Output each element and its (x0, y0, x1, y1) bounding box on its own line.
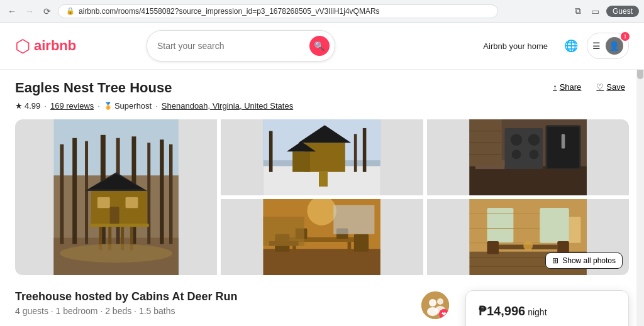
airbnb-logo-text: airbnb (34, 38, 76, 54)
dot-separator-3: · (155, 101, 158, 111)
svg-rect-12 (91, 191, 147, 225)
property-title: Eagles Nest Tree House (15, 80, 629, 96)
user-menu-button[interactable]: ☰ 👤 1 (587, 33, 629, 59)
lock-icon: 🔒 (66, 7, 75, 15)
svg-point-45 (529, 149, 538, 159)
price-amount: ₱14,996 (479, 303, 525, 318)
forward-button[interactable]: → (23, 4, 36, 18)
person-icon: 👤 (609, 41, 619, 51)
svg-rect-64 (269, 241, 299, 246)
svg-rect-41 (504, 128, 543, 169)
svg-rect-11 (169, 144, 172, 244)
svg-rect-32 (363, 128, 367, 172)
location-link[interactable]: Shenandoah, Virginia, United States (162, 101, 293, 111)
language-button[interactable]: 🌐 (560, 35, 582, 57)
airbnb-your-home-link[interactable]: Airbnb your home (475, 36, 555, 56)
svg-rect-10 (160, 139, 164, 244)
search-bar-text: Start your search (157, 41, 304, 51)
svg-point-44 (511, 149, 521, 159)
svg-rect-31 (269, 131, 273, 172)
svg-point-42 (510, 134, 522, 146)
globe-icon: 🌐 (564, 40, 578, 52)
reviews-link[interactable]: 169 reviews (50, 101, 94, 111)
heart-icon: ♡ (596, 82, 604, 92)
star-icon: ★ (15, 101, 23, 111)
svg-rect-63 (334, 205, 375, 234)
superhost-label: Superhost (114, 101, 152, 111)
svg-rect-34 (319, 172, 328, 187)
photo-bottom-right-1[interactable] (221, 199, 423, 275)
hosting-text: Treehouse hosted by Cabins At Deer Run 4… (15, 290, 237, 326)
show-all-photos-button[interactable]: ⊞ Show all photos (545, 253, 623, 269)
svg-rect-52 (264, 249, 380, 275)
header-right: Airbnb your home 🌐 ☰ 👤 1 (475, 33, 629, 59)
property-meta: ★ 4.99 · 169 reviews · 🏅 Superhost · She… (15, 101, 629, 111)
dot-separator-1: · (44, 101, 47, 111)
svg-rect-16 (126, 197, 138, 208)
svg-rect-22 (90, 224, 149, 227)
airbnb-logo[interactable]: ⬡ airbnb (15, 36, 76, 57)
bottom-section: Treehouse hosted by Cabins At Deer Run 4… (15, 290, 629, 326)
svg-point-79 (523, 241, 533, 251)
share-button[interactable]: ↑ Share (549, 80, 585, 94)
superhost-badge: 🏅 Superhost (104, 101, 152, 111)
booking-widget: ₱14,996 night ★ 4.99 · 169 reviews CHECK… (465, 290, 629, 326)
svg-rect-3 (60, 144, 64, 244)
search-icon: 🔍 (314, 41, 325, 51)
cast-button[interactable]: ▭ (589, 4, 602, 18)
host-avatar: ❤ (420, 290, 450, 320)
hosting-details: 4 guests · 1 bedroom · 2 beds · 1.5 bath… (15, 306, 237, 316)
address-bar[interactable]: 🔒 airbnb.com/rooms/41558082?source_impre… (58, 4, 498, 18)
back-button[interactable]: ← (5, 4, 19, 18)
svg-rect-68 (487, 208, 513, 243)
svg-rect-29 (292, 151, 310, 172)
superhost-badge-icon: ❤ (441, 311, 447, 317)
svg-rect-67 (540, 208, 569, 243)
svg-rect-27 (304, 143, 345, 172)
airbnb-logo-icon: ⬡ (15, 36, 30, 57)
url-text: airbnb.com/rooms/41558082?source_impress… (79, 7, 380, 16)
svg-point-83 (437, 298, 443, 305)
hamburger-icon: ☰ (592, 41, 601, 51)
search-button[interactable]: 🔍 (309, 36, 330, 56)
photo-bottom-right-2[interactable]: ⊞ Show all photos (427, 199, 629, 275)
rating: ★ 4.99 (15, 101, 40, 111)
rating-value: 4.99 (25, 101, 40, 111)
browser-right-controls: ⧉ ▭ Guest (571, 4, 639, 18)
photo-top-right-1[interactable] (221, 119, 423, 195)
svg-rect-57 (348, 242, 352, 254)
svg-rect-4 (72, 138, 77, 244)
svg-rect-78 (569, 217, 580, 243)
save-button[interactable]: ♡ Save (592, 80, 629, 94)
extensions-button[interactable]: ⧉ (571, 4, 585, 18)
main-content: Eagles Nest Tree House ★ 4.99 · 169 revi… (0, 70, 644, 326)
profile-button[interactable]: Guest (606, 6, 639, 17)
photo-main[interactable] (15, 119, 217, 275)
svg-rect-76 (487, 241, 499, 254)
property-actions: ↑ Share ♡ Save (549, 80, 629, 94)
dot-separator-2: · (97, 101, 100, 111)
show-photos-label: Show all photos (562, 256, 616, 265)
photo-top-right-2[interactable] (427, 119, 629, 195)
notification-badge: 1 (621, 32, 630, 41)
refresh-button[interactable]: ⟳ (40, 4, 54, 18)
browser-chrome: ← → ⟳ 🔒 airbnb.com/rooms/41558082?source… (0, 0, 644, 23)
price-night: night (528, 307, 547, 317)
svg-rect-37 (469, 166, 586, 195)
avatar: 👤 (606, 37, 623, 55)
share-icon: ↑ (553, 82, 557, 92)
svg-point-81 (429, 299, 436, 307)
photo-grid: ⊞ Show all photos (15, 119, 629, 275)
svg-rect-9 (147, 143, 150, 244)
svg-point-23 (60, 244, 172, 263)
price-row: ₱14,996 night (479, 303, 616, 318)
grid-icon: ⊞ (552, 256, 558, 265)
host-avatar-badge: ❤ (439, 309, 449, 319)
svg-rect-33 (354, 134, 357, 172)
hosting-header: Treehouse hosted by Cabins At Deer Run 4… (15, 290, 450, 326)
search-bar[interactable]: Start your search 🔍 (147, 30, 335, 62)
svg-rect-15 (97, 197, 110, 208)
svg-rect-5 (85, 141, 88, 244)
svg-rect-40 (561, 134, 565, 148)
svg-rect-17 (110, 207, 119, 225)
